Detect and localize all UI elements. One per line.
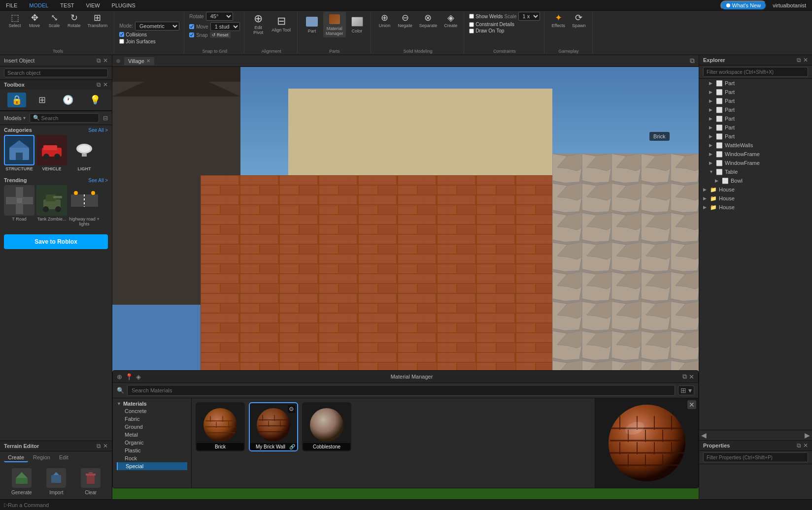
align-tool-button[interactable]: ⊟ Align Tool [269, 14, 293, 34]
command-input[interactable] [8, 502, 808, 508]
terrain-tab-region[interactable]: Region [29, 453, 54, 462]
tree-item-part-7[interactable]: ▶ ⬜ Part [699, 132, 812, 141]
color-button[interactable]: Color [348, 14, 367, 35]
snap-checkbox[interactable] [189, 32, 194, 37]
terrain-close-icon[interactable]: ✕ [103, 443, 108, 449]
tree-item-part-6[interactable]: ▶ ⬜ Part [699, 123, 812, 132]
mm-grid-view-button[interactable]: ⊞ ▾ [678, 385, 694, 395]
mm-cat-concrete[interactable]: Concrete [117, 407, 187, 415]
tree-item-table[interactable]: ▼ ⬜ Table [699, 167, 812, 176]
mm-cat-metal[interactable]: Metal [117, 431, 187, 439]
terrain-generate-action[interactable]: Generate [11, 468, 32, 495]
show-welds-checkbox[interactable] [469, 14, 474, 19]
move-checkbox[interactable] [189, 24, 194, 29]
terrain-clear-action[interactable]: Clear [81, 468, 101, 495]
insert-close-icon[interactable]: ✕ [103, 57, 108, 64]
tree-item-wattlewalls[interactable]: ▶ ⬜ WattleWalls [699, 141, 812, 150]
mm-add-icon[interactable]: ⊕ [117, 373, 122, 381]
menu-item-plugins[interactable]: PLUGINS [110, 1, 137, 9]
whats-new-button[interactable]: What's New [720, 0, 767, 10]
constraint-details-checkbox[interactable] [469, 22, 474, 27]
mm-cat-fabric[interactable]: Fabric [117, 415, 187, 423]
tree-item-bowl[interactable]: ▶ ⬜ Bowl [699, 176, 812, 185]
tree-item-part-1[interactable]: ▶ ⬜ Part [699, 79, 812, 88]
models-search-box[interactable]: 🔍 [30, 113, 99, 123]
union-button[interactable]: ⊕ Union [376, 12, 394, 30]
trending-highway[interactable]: highway road + lights [69, 185, 100, 226]
tree-item-windowframe-2[interactable]: ▶ ⬜ WindowFrame [699, 159, 812, 167]
tree-item-house-2[interactable]: ▶ 📁 House [699, 194, 812, 203]
tree-item-house-1[interactable]: ▶ 📁 House [699, 185, 812, 194]
move-button[interactable]: ✥ Move [26, 12, 43, 30]
models-dropdown-arrow[interactable]: ▾ [23, 115, 26, 121]
toolbox-close-icon[interactable]: ✕ [103, 81, 108, 88]
models-search-input[interactable] [41, 115, 96, 121]
toolbox-lock-icon[interactable]: 🔒 [7, 93, 26, 107]
category-structure[interactable]: STRUCTURE [4, 135, 34, 171]
category-light[interactable]: LIGHT [69, 135, 100, 171]
mm-cat-special[interactable]: Special [117, 462, 187, 470]
mm-cat-plastic[interactable]: Plastic [117, 446, 187, 454]
mm-diamond-icon[interactable]: ◈ [136, 373, 141, 381]
insert-search-box[interactable] [4, 68, 108, 77]
mm-material-brick[interactable]: Brick [196, 402, 245, 451]
properties-expand-icon[interactable]: ⧉ [797, 442, 801, 449]
effects-button[interactable]: ✦ Effects [549, 12, 568, 30]
tree-item-part-4[interactable]: ▶ ⬜ Part [699, 105, 812, 114]
menu-item-model[interactable]: MODEL [27, 1, 50, 9]
terrain-tab-edit[interactable]: Edit [55, 453, 72, 462]
toolbox-lightbulb-icon[interactable]: 💡 [86, 93, 104, 107]
tree-item-part-2[interactable]: ▶ ⬜ Part [699, 88, 812, 96]
mode-select[interactable]: Geometric [135, 22, 179, 31]
tree-scroll-right[interactable]: ▶ [805, 431, 810, 439]
viewport-expand-icon[interactable]: ⧉ [690, 57, 695, 65]
village-tab[interactable]: Village ✕ [124, 57, 154, 65]
transform-button[interactable]: ⊞ Transform [85, 12, 110, 30]
tree-item-house-3[interactable]: ▶ 📁 House [699, 203, 812, 212]
mm-material-my-brick-wall[interactable]: ⚙ [249, 402, 298, 451]
mm-cat-organic[interactable]: Organic [117, 439, 187, 446]
join-surfaces-checkbox[interactable] [119, 39, 124, 44]
save-to-roblox-button[interactable]: Save to Roblox [4, 234, 108, 249]
material-manager-button[interactable]: MaterialManager [323, 12, 346, 37]
separate-button[interactable]: ⊗ Separate [417, 12, 440, 30]
toolbox-grid-icon[interactable]: ⊞ [34, 93, 50, 107]
negate-button[interactable]: ⊖ Negate [396, 12, 415, 30]
see-all-trending[interactable]: See All > [88, 178, 108, 183]
terrain-expand-icon[interactable]: ⧉ [97, 443, 101, 449]
tree-item-windowframe-1[interactable]: ▶ ⬜ WindowFrame [699, 150, 812, 159]
trending-t-road[interactable]: T Road [4, 185, 34, 226]
village-tab-close[interactable]: ✕ [146, 58, 150, 64]
explorer-close-icon[interactable]: ✕ [803, 57, 808, 64]
properties-close-icon[interactable]: ✕ [803, 442, 808, 449]
scale-select[interactable]: 1 x [518, 12, 540, 21]
tree-item-part-3[interactable]: ▶ ⬜ Part [699, 96, 812, 105]
mm-location-icon[interactable]: 📍 [125, 373, 133, 381]
mm-materials-header[interactable]: ▼ Materials [117, 400, 187, 407]
terrain-import-action[interactable]: Import [46, 468, 66, 495]
mm-my-brick-wall-settings[interactable]: ⚙ [288, 405, 295, 413]
explorer-expand-icon[interactable]: ⧉ [797, 57, 801, 64]
mm-cat-rock[interactable]: Rock [117, 454, 187, 462]
see-all-categories[interactable]: See All > [88, 128, 108, 133]
part-button[interactable]: Part [303, 14, 321, 35]
mm-material-cobblestone[interactable]: Cobblestone [302, 402, 351, 451]
mm-expand-icon[interactable]: ⧉ [682, 373, 687, 381]
draw-on-top-checkbox[interactable] [469, 29, 474, 33]
select-button[interactable]: ⬚ Select [6, 12, 24, 30]
mm-preview-close[interactable]: ✕ [687, 400, 696, 409]
create-solid-button[interactable]: ◈ Create [441, 12, 460, 30]
toolbox-clock-icon[interactable]: 🕐 [59, 93, 77, 107]
mm-close-icon[interactable]: ✕ [689, 373, 694, 381]
reset-button[interactable]: ↺ Reset [210, 32, 231, 38]
mm-search-input[interactable] [127, 385, 675, 396]
insert-expand-icon[interactable]: ⧉ [97, 57, 101, 64]
menu-item-view[interactable]: VIEW [84, 1, 102, 9]
properties-filter-input[interactable] [703, 452, 808, 462]
filter-icon[interactable]: ⊟ [103, 115, 108, 122]
spawn-button[interactable]: ⟳ Spawn [570, 12, 588, 30]
rotate-select[interactable]: 45° [206, 12, 233, 21]
mm-cat-ground[interactable]: Ground [117, 423, 187, 431]
rotate-button[interactable]: ↻ Rotate [65, 12, 83, 30]
menu-item-file[interactable]: FILE [4, 1, 19, 9]
